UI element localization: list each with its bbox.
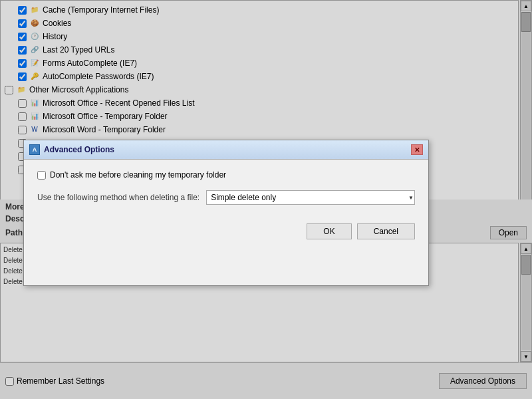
dialog-buttons: OK Cancel — [37, 218, 415, 239]
dialog-close-button[interactable]: ✕ — [411, 144, 423, 155]
ok-button[interactable]: OK — [307, 223, 351, 239]
dialog-title-text: Advanced Options — [44, 145, 114, 154]
dont-ask-label[interactable]: Don't ask me before cleaning my temporar… — [50, 170, 226, 180]
modal-overlay: A Advanced Options ✕ Don't ask me before… — [0, 0, 532, 399]
dialog-title-left: A Advanced Options — [29, 144, 114, 155]
cancel-button[interactable]: Cancel — [357, 223, 415, 239]
dialog-icon: A — [29, 144, 40, 155]
dont-ask-checkbox[interactable] — [37, 171, 46, 180]
dont-ask-row: Don't ask me before cleaning my temporar… — [37, 170, 415, 180]
dialog-titlebar: A Advanced Options ✕ — [24, 140, 428, 160]
delete-method-row: Use the following method when deleting a… — [37, 190, 415, 205]
delete-method-select[interactable]: Simple delete onlySecure delete (3 passe… — [206, 190, 415, 205]
delete-method-select-wrapper: Simple delete onlySecure delete (3 passe… — [206, 190, 415, 205]
dialog-body: Don't ask me before cleaning my temporar… — [24, 160, 428, 250]
advanced-options-dialog: A Advanced Options ✕ Don't ask me before… — [23, 140, 429, 286]
delete-method-label: Use the following method when deleting a… — [37, 193, 200, 202]
main-panel: 📁Cache (Temporary Internet Files)🍪Cookie… — [0, 0, 532, 399]
